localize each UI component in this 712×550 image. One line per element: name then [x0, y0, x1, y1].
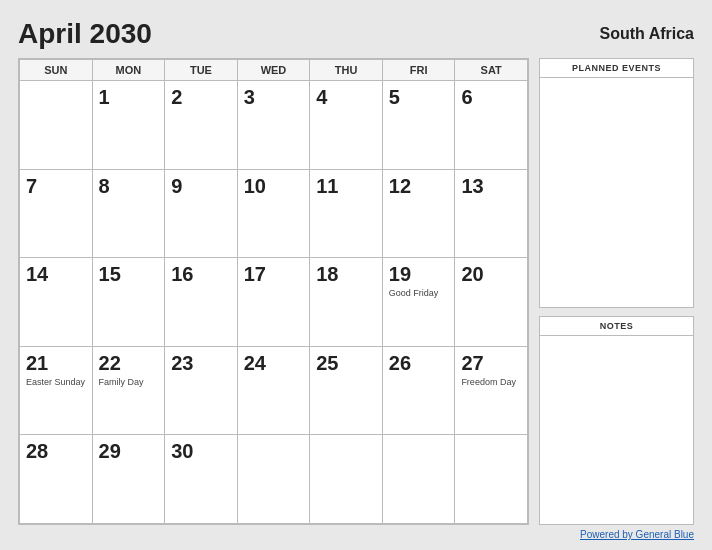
dow-header-sat: SAT: [455, 60, 528, 81]
calendar-cell: [455, 435, 528, 524]
day-number: 25: [316, 351, 376, 375]
calendar-cell: 28: [20, 435, 93, 524]
day-number: 26: [389, 351, 449, 375]
holiday-label: Easter Sunday: [26, 377, 86, 388]
calendar-cell: 14: [20, 258, 93, 347]
calendar-cell: 12: [382, 169, 455, 258]
day-number: 17: [244, 262, 304, 286]
planned-events-label: PLANNED EVENTS: [540, 59, 693, 78]
planned-events-box: PLANNED EVENTS: [539, 58, 694, 308]
dow-header-mon: MON: [92, 60, 165, 81]
calendar-cell: 15: [92, 258, 165, 347]
calendar-cell: 18: [310, 258, 383, 347]
day-number: 29: [99, 439, 159, 463]
calendar-cell: 8: [92, 169, 165, 258]
calendar-cell: 21Easter Sunday: [20, 346, 93, 435]
calendar-cell: 5: [382, 81, 455, 170]
day-number: 12: [389, 174, 449, 198]
day-number: 18: [316, 262, 376, 286]
day-number: 8: [99, 174, 159, 198]
day-number: 27: [461, 351, 521, 375]
page: April 2030 South Africa SUNMONTUEWEDTHUF…: [0, 0, 712, 550]
calendar-cell: [310, 435, 383, 524]
calendar-cell: 25: [310, 346, 383, 435]
calendar-cell: 20: [455, 258, 528, 347]
calendar-cell: 6: [455, 81, 528, 170]
calendar-cell: 16: [165, 258, 238, 347]
calendar-cell: 30: [165, 435, 238, 524]
calendar-cell: 24: [237, 346, 310, 435]
day-number: 4: [316, 85, 376, 109]
notes-box: NOTES: [539, 316, 694, 525]
dow-header-wed: WED: [237, 60, 310, 81]
calendar-week-4: 282930: [20, 435, 528, 524]
calendar-cell: [382, 435, 455, 524]
main-content: SUNMONTUEWEDTHUFRISAT 123456789101112131…: [18, 58, 694, 525]
day-number: 15: [99, 262, 159, 286]
dow-header-tue: TUE: [165, 60, 238, 81]
calendar-week-0: 123456: [20, 81, 528, 170]
dow-header-fri: FRI: [382, 60, 455, 81]
day-number: 6: [461, 85, 521, 109]
calendar-cell: 2: [165, 81, 238, 170]
day-number: 10: [244, 174, 304, 198]
day-number: 14: [26, 262, 86, 286]
powered-by-link[interactable]: Powered by General Blue: [580, 529, 694, 540]
day-number: 19: [389, 262, 449, 286]
calendar-cell: 23: [165, 346, 238, 435]
calendar-cell: [237, 435, 310, 524]
calendar-cell: 4: [310, 81, 383, 170]
sidebar: PLANNED EVENTS NOTES: [539, 58, 694, 525]
calendar-cell: [20, 81, 93, 170]
header: April 2030 South Africa: [18, 18, 694, 50]
calendar-cell: 27Freedom Day: [455, 346, 528, 435]
calendar-cell: 9: [165, 169, 238, 258]
day-number: 30: [171, 439, 231, 463]
day-number: 24: [244, 351, 304, 375]
day-number: 13: [461, 174, 521, 198]
day-number: 9: [171, 174, 231, 198]
holiday-label: Family Day: [99, 377, 159, 388]
day-number: 5: [389, 85, 449, 109]
footer: Powered by General Blue: [18, 529, 694, 540]
calendar-cell: 11: [310, 169, 383, 258]
day-number: 16: [171, 262, 231, 286]
calendar-week-3: 21Easter Sunday22Family Day2324252627Fre…: [20, 346, 528, 435]
day-number: 21: [26, 351, 86, 375]
calendar-week-1: 78910111213: [20, 169, 528, 258]
calendar-week-2: 141516171819Good Friday20: [20, 258, 528, 347]
calendar-cell: 22Family Day: [92, 346, 165, 435]
day-number: 20: [461, 262, 521, 286]
calendar-cell: 1: [92, 81, 165, 170]
day-number: 11: [316, 174, 376, 198]
holiday-label: Freedom Day: [461, 377, 521, 388]
calendar-cell: 29: [92, 435, 165, 524]
calendar-cell: 26: [382, 346, 455, 435]
dow-header-sun: SUN: [20, 60, 93, 81]
calendar-grid: SUNMONTUEWEDTHUFRISAT 123456789101112131…: [19, 59, 528, 524]
day-number: 23: [171, 351, 231, 375]
holiday-label: Good Friday: [389, 288, 449, 299]
notes-content: [540, 336, 693, 524]
day-number: 3: [244, 85, 304, 109]
country-title: South Africa: [599, 25, 694, 43]
planned-events-content: [540, 78, 693, 307]
day-number: 7: [26, 174, 86, 198]
dow-header-thu: THU: [310, 60, 383, 81]
month-title: April 2030: [18, 18, 152, 50]
day-number: 2: [171, 85, 231, 109]
calendar-body: 12345678910111213141516171819Good Friday…: [20, 81, 528, 524]
day-number: 28: [26, 439, 86, 463]
notes-label: NOTES: [540, 317, 693, 336]
calendar-cell: 17: [237, 258, 310, 347]
calendar-cell: 19Good Friday: [382, 258, 455, 347]
calendar-section: SUNMONTUEWEDTHUFRISAT 123456789101112131…: [18, 58, 529, 525]
calendar-cell: 3: [237, 81, 310, 170]
day-number: 1: [99, 85, 159, 109]
day-of-week-row: SUNMONTUEWEDTHUFRISAT: [20, 60, 528, 81]
day-number: 22: [99, 351, 159, 375]
calendar-cell: 10: [237, 169, 310, 258]
calendar-cell: 13: [455, 169, 528, 258]
calendar-cell: 7: [20, 169, 93, 258]
